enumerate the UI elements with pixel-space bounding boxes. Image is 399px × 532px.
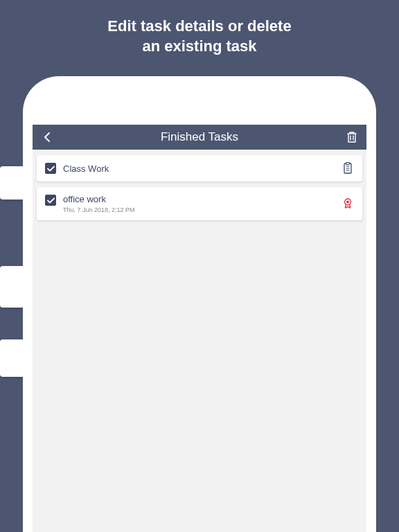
task-content: Class Work xyxy=(63,163,342,174)
task-row[interactable]: Class Work xyxy=(37,155,362,181)
page-title: Finished Tasks xyxy=(161,130,238,144)
delete-all-button[interactable] xyxy=(346,131,358,143)
app-header: Finished Tasks xyxy=(33,125,366,150)
clipboard-icon xyxy=(342,162,354,175)
svg-rect-1 xyxy=(346,163,350,165)
svg-point-6 xyxy=(346,200,349,203)
task-checkbox[interactable] xyxy=(45,163,56,174)
side-tab xyxy=(0,339,25,377)
chevron-left-icon xyxy=(44,132,51,143)
back-button[interactable] xyxy=(41,131,53,143)
checkmark-icon xyxy=(47,197,55,204)
promo-heading: Edit task details or delete an existing … xyxy=(0,0,399,76)
task-content: office work Thu, 7 Jun 2018, 2:12 PM xyxy=(63,194,342,213)
task-timestamp: Thu, 7 Jun 2018, 2:12 PM xyxy=(63,206,342,213)
task-title: Class Work xyxy=(63,163,342,174)
checkmark-icon xyxy=(47,166,55,172)
task-row[interactable]: office work Thu, 7 Jun 2018, 2:12 PM xyxy=(37,187,362,220)
task-list: Class Work xyxy=(33,150,366,231)
task-checkbox[interactable] xyxy=(45,195,56,206)
trash-icon xyxy=(346,131,357,143)
task-title: office work xyxy=(63,194,342,204)
promo-line-1: Edit task details or delete xyxy=(14,17,385,37)
phone-frame: Finished Tasks Class Work xyxy=(23,76,376,532)
side-tab xyxy=(0,166,25,200)
promo-line-2: an existing task xyxy=(14,37,385,57)
badge-icon xyxy=(342,197,354,210)
phone-screen: Finished Tasks Class Work xyxy=(33,125,366,532)
side-tab xyxy=(0,266,25,308)
